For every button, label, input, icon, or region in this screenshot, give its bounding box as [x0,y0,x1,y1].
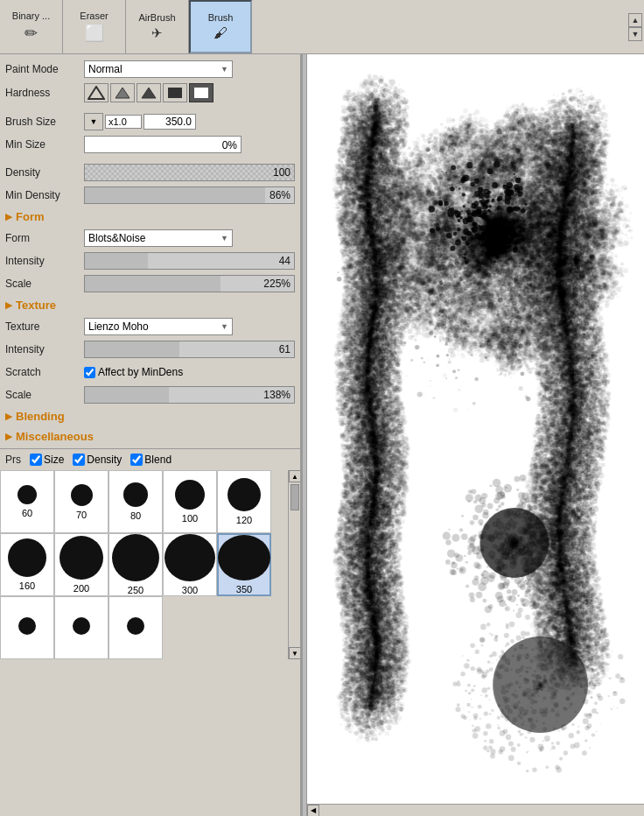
scratch-label: Scratch [5,366,84,378]
density-row: Density 100 [0,161,300,184]
brush-cell[interactable]: 70 [54,470,108,533]
brush-dot [123,482,148,507]
svg-marker-2 [142,88,156,98]
grid-scroll-up[interactable]: ▲ [289,470,300,482]
misc-section-header[interactable]: ▶ Miscellaneous [0,426,300,447]
eraser-icon: ⬜ [85,24,104,43]
density-value: 100 [273,166,290,179]
hardness-soft1[interactable] [84,83,108,102]
brush-size-label: 120 [236,515,252,525]
tab-brush[interactable]: Brush 🖌 [189,0,252,53]
texture-intensity-value: 61 [279,343,290,355]
brush-dot [218,535,270,580]
density-label: Density [5,166,84,179]
prs-density-checkbox[interactable] [73,454,85,466]
blending-section-header[interactable]: ▶ Blending [0,406,300,426]
brush-dot [175,480,205,510]
hardness-label: Hardness [5,87,84,99]
prs-density-item: Density [73,454,122,466]
brush-dot [127,617,144,635]
texture-scale-slider[interactable]: 138% [84,386,295,404]
brush-dot [60,536,103,580]
texture-value: Lienzo Moho [88,320,149,333]
min-density-value: 86% [270,189,290,201]
brush-cell[interactable]: 120 [217,470,271,533]
brush-cell[interactable] [54,596,108,659]
brush-cell[interactable]: 350 [217,533,271,596]
brush-size-label: 200 [74,583,89,594]
brush-cell[interactable] [108,596,163,659]
brush-grid-container: 607080100120160200250300350 ▲ ▼ [0,470,300,659]
min-size-value[interactable]: 0% [84,136,242,153]
brush-icon: 🖌 [214,25,228,41]
texture-label: Texture [5,320,84,333]
toolbar-scroll-down[interactable]: ▼ [628,27,642,41]
brush-size-label: Brush Size [5,116,84,128]
form-intensity-value: 44 [279,255,290,267]
prs-size-item: Size [30,454,64,466]
hardness-hardest[interactable] [189,83,214,102]
prs-size-checkbox[interactable] [30,454,42,466]
prs-blend-checkbox[interactable] [130,454,143,466]
brush-cell[interactable]: 300 [163,533,217,596]
form-label: Form [5,232,84,244]
main-canvas[interactable] [307,54,644,816]
brush-dot [18,485,37,504]
tab-airbrush[interactable]: AirBrush ✈ [126,0,189,53]
grid-scroll-thumb[interactable] [290,484,299,510]
brush-dot [164,534,215,581]
form-scale-slider[interactable]: 225% [84,275,295,292]
hardness-soft2[interactable] [110,83,135,102]
texture-intensity-row: Intensity 61 [0,338,300,361]
brush-cell[interactable]: 60 [0,470,54,533]
hardness-medium[interactable] [136,83,161,102]
texture-section-header[interactable]: ▶ Texture [0,295,300,315]
paint-mode-arrow: ▼ [220,65,228,74]
hardness-group [84,83,214,102]
brush-cell[interactable]: 80 [108,470,163,533]
brush-cell[interactable] [0,596,54,659]
form-intensity-slider[interactable]: 44 [84,252,295,270]
brush-size-value[interactable]: 350.0 [144,114,196,130]
scratch-checkbox[interactable] [84,367,95,378]
texture-intensity-label: Intensity [5,343,84,355]
brush-dot [8,538,46,577]
airbrush-icon: ✈ [151,25,163,41]
hardness-hard[interactable] [163,83,187,102]
brush-size-multiplier[interactable]: x1.0 [105,115,142,129]
canvas-area[interactable]: ◀ [307,54,644,816]
grid-scroll-down[interactable]: ▼ [289,647,300,659]
texture-scale-row: Scale 138% [0,383,300,406]
texture-dropdown[interactable]: Lienzo Moho ▼ [84,318,233,335]
brush-size-dropdown-btn[interactable]: ▼ [84,113,103,130]
min-density-slider[interactable]: 86% [84,186,295,204]
prs-label: Prs [5,454,21,466]
form-dropdown-arrow: ▼ [220,234,228,243]
min-density-label: Min Density [5,189,84,201]
prs-row: Prs Size Density Blend [0,449,300,470]
tab-brush-label: Brush [208,12,234,23]
form-section-header[interactable]: ▶ Form [0,207,300,227]
brush-cell[interactable]: 200 [54,533,108,596]
texture-intensity-slider[interactable]: 61 [84,341,295,358]
tab-eraser[interactable]: Eraser ⬜ [63,0,126,53]
toolbar-scroll-up[interactable]: ▲ [628,13,642,27]
texture-section-title: Texture [16,299,56,312]
form-value: Blots&Noise [88,232,145,244]
brush-dot [71,484,93,506]
brush-cell[interactable]: 250 [108,533,163,596]
brush-cell[interactable]: 160 [0,533,54,596]
paint-mode-dropdown[interactable]: Normal ▼ [84,60,233,78]
form-dropdown[interactable]: Blots&Noise ▼ [84,229,233,247]
tab-binary[interactable]: Binary ... ✏ [0,0,63,53]
svg-rect-3 [168,88,182,98]
prs-size-label: Size [44,454,64,466]
brush-cell[interactable]: 100 [163,470,217,533]
brush-size-label: 80 [130,510,141,521]
form-row: Form Blots&Noise ▼ [0,227,300,250]
scratch-checkbox-group: Affect by MinDens [84,366,183,378]
scroll-left-arrow[interactable]: ◀ [307,805,319,817]
density-slider[interactable]: 100 [84,164,295,181]
form-intensity-row: Intensity 44 [0,250,300,272]
brush-size-label: 60 [22,508,32,518]
